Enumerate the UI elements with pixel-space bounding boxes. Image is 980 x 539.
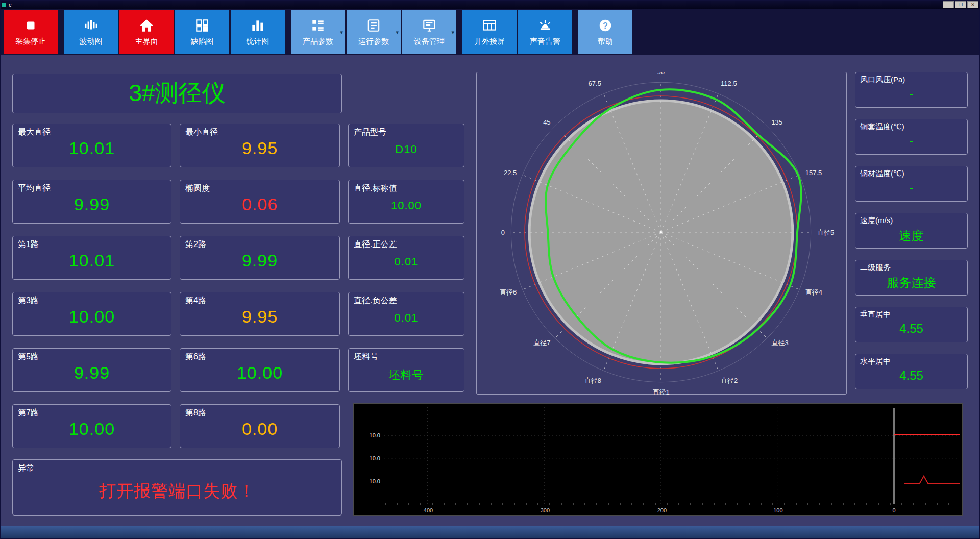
spoke-label: 直径4	[805, 288, 822, 296]
spoke-label: 直径5	[817, 229, 834, 236]
card-value: 9.95	[180, 307, 339, 327]
x-axis-label: -100	[772, 507, 783, 513]
toolbar-button-sound-alarm[interactable]: 声音告警	[518, 10, 572, 54]
y-axis-label: 10.0	[370, 478, 380, 484]
product-card-2: 直径.标称值10.00	[348, 180, 464, 224]
x-axis-label: -200	[655, 507, 667, 513]
status-card-label: 速度(m/s)	[855, 213, 967, 226]
card-label: 第3路	[13, 292, 171, 306]
y-axis-label: 10.0	[370, 432, 380, 438]
measure-card-c2-2: 椭圆度0.06	[180, 180, 340, 224]
toolbar-button-label: 设备管理	[414, 37, 445, 46]
polar-profile-panel: 直径5157.5135112.59067.54522.50直径6直径7直径8直径…	[476, 72, 847, 395]
chevron-down-icon: ▾	[451, 29, 454, 36]
toolbar-button-stats[interactable]: 统计图	[231, 10, 285, 54]
toolbar-button-main[interactable]: 主界面	[119, 10, 174, 54]
status-card-1: 风口风压(Pa)-	[855, 72, 968, 108]
card-value: 9.95	[180, 138, 339, 158]
close-button[interactable]: ✕	[967, 1, 978, 8]
toolbar-button-product-params[interactable]: 产品参数▾	[291, 10, 345, 54]
statusbar	[0, 526, 980, 539]
card-label: 坯料号	[349, 349, 464, 362]
toolbar-button-label: 产品参数	[303, 37, 333, 46]
wave-chart-icon	[83, 18, 99, 33]
spoke-label: 直径3	[771, 339, 788, 347]
measure-card-c1-4: 第3路10.00	[12, 292, 172, 336]
product-params-icon	[310, 18, 326, 33]
alarm-card: 异常 打开报警端口失败！	[12, 459, 342, 516]
status-card-value: 4.55	[855, 369, 967, 383]
x-axis-label: 0	[892, 507, 895, 513]
status-card-label: 风口风压(Pa)	[855, 72, 967, 85]
card-value: 9.99	[13, 363, 171, 383]
spoke-label: 90	[657, 72, 665, 76]
card-value: 0.00	[180, 419, 339, 439]
card-label: 直径.正公差	[349, 236, 464, 250]
card-value: 10.01	[13, 138, 171, 158]
toolbar-button-label: 开外接屏	[474, 37, 505, 46]
measure-card-c1-1: 最大直径10.01	[12, 124, 172, 167]
minimize-button[interactable]: ─	[943, 1, 954, 8]
measure-column-1: 最大直径10.01平均直径9.99第1路10.01第3路10.00第5路9.99…	[12, 124, 172, 448]
toolbar-button-help[interactable]: ?帮助	[578, 10, 632, 54]
status-card-value: -	[855, 181, 967, 195]
status-card-value: 速度	[855, 228, 967, 244]
card-label: 直径.负公差	[349, 292, 464, 306]
chevron-down-icon: ▾	[396, 29, 399, 36]
run-params-icon	[366, 18, 381, 33]
toolbar-button-run-params[interactable]: 运行参数▾	[347, 10, 401, 54]
toolbar-button-label: 缺陷图	[191, 37, 214, 46]
product-card-3: 直径.正公差0.01	[348, 236, 464, 280]
card-value: 10.00	[13, 419, 171, 439]
status-card-value: 4.55	[855, 322, 967, 336]
card-value: 10.00	[13, 307, 171, 327]
product-column: 产品型号D10直径.标称值10.00直径.正公差0.01直径.负公差0.01坯料…	[348, 124, 464, 392]
alarm-label: 异常	[13, 460, 341, 474]
toolbar-button-ext-screen[interactable]: 开外接屏	[462, 10, 517, 54]
titlebar: c ─ ❐ ✕	[0, 0, 980, 9]
alarm-siren-icon	[537, 18, 553, 33]
status-card-label: 二级服务	[855, 260, 967, 273]
gauge-title: 3#测径仪	[12, 74, 342, 113]
measure-card-c1-5: 第5路9.99	[12, 348, 172, 392]
measure-card-c2-5: 第6路10.00	[180, 348, 340, 392]
spoke-label: 直径7	[533, 339, 550, 347]
card-label: 平均直径	[13, 180, 171, 194]
toolbar-button-stop[interactable]: 采集停止	[4, 10, 58, 54]
chevron-down-icon: ▾	[340, 29, 343, 36]
toolbar-button-wave[interactable]: 波动图	[64, 10, 118, 54]
measure-card-c2-1: 最小直径9.95	[180, 124, 340, 167]
bar-chart-icon	[250, 18, 265, 33]
toolbar-button-label: 声音告警	[530, 37, 560, 46]
toolbar-button-defect[interactable]: 缺陷图	[175, 10, 229, 54]
app-icon	[2, 3, 6, 7]
card-value: 0.01	[349, 311, 464, 325]
card-label: 产品型号	[349, 124, 464, 138]
spoke-label: 直径2	[721, 377, 738, 384]
status-card-label: 垂直居中	[855, 307, 967, 320]
card-value: 9.99	[13, 194, 171, 214]
device-monitor-icon	[422, 18, 437, 33]
card-label: 第5路	[13, 349, 171, 362]
toolbar-button-label: 运行参数	[358, 37, 389, 46]
spoke-label: 45	[543, 118, 550, 126]
toolbar-button-device-mgmt[interactable]: 设备管理▾	[402, 10, 456, 54]
status-card-6: 垂直居中4.55	[855, 307, 968, 342]
status-card-3: 钢材温度(℃)-	[855, 166, 968, 202]
maximize-button[interactable]: ❐	[955, 1, 966, 8]
status-card-value: -	[855, 134, 967, 148]
stop-icon	[23, 18, 38, 33]
measure-column-2: 最小直径9.95椭圆度0.06第2路9.99第4路9.95第6路10.00第8路…	[180, 124, 340, 448]
status-card-value: -	[855, 87, 967, 101]
status-card-label: 铜套温度(℃)	[855, 119, 967, 132]
trend-chart: 10.010.010.0-400-300-200-1000	[354, 404, 962, 515]
measure-card-c1-6: 第7路10.00	[12, 404, 172, 448]
help-icon: ?	[598, 18, 613, 33]
measure-card-c1-3: 第1路10.01	[12, 236, 172, 280]
card-label: 第6路	[180, 349, 339, 362]
alarm-message: 打开报警端口失败！	[13, 480, 341, 503]
card-label: 最小直径	[180, 124, 339, 138]
status-card-4: 速度(m/s)速度	[855, 213, 968, 249]
product-card-4: 直径.负公差0.01	[348, 292, 464, 336]
card-label: 椭圆度	[180, 180, 339, 194]
